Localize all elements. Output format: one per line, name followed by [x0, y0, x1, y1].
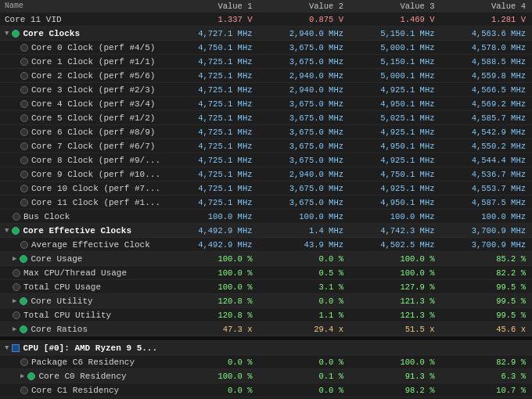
row-val4-core-usage-sec: 85.2 % — [440, 254, 531, 264]
header-row: Name Value 1 Value 2 Value 3 Value 4 — [0, 0, 532, 13]
row-val4-core-c0: 6.3 % — [440, 372, 531, 381]
row-val3-core8: 4,925.1 MHz — [348, 156, 440, 165]
row-val4-core8: 4,544.4 MHz — [440, 156, 531, 165]
row-val4-core7: 4,550.2 MHz — [440, 142, 531, 151]
row-val4-core2: 4,559.8 MHz — [440, 71, 531, 81]
row-val2-core-clocks: 2,940.0 MHz — [257, 29, 349, 38]
row-val2-core4: 3,675.0 MHz — [257, 99, 349, 109]
row-val3-bus-clock: 100.0 MHz — [348, 212, 440, 221]
row-core-c0[interactable]: ▶Core C0 Residency 100.0 %0.1 %91.3 %6.3… — [0, 369, 532, 383]
row-val3-pkg-c6: 100.0 % — [348, 358, 440, 367]
row-val1-core3: 4,725.1 MHz — [166, 85, 257, 95]
row-val4-core11: 4,587.5 MHz — [440, 198, 531, 207]
row-label-core0: Core 0 Clock (perf #4/5) — [2, 43, 166, 52]
row-label-avg-eff-clock: Average Effective Clock — [2, 240, 166, 250]
row-val1-core7: 4,725.1 MHz — [166, 142, 257, 151]
row-cpu0[interactable]: ▼CPU [#0]: AMD Ryzen 9 5... — [0, 341, 532, 355]
row-val2-avg-eff-clock: 43.9 MHz — [257, 240, 349, 250]
row-core-ratios[interactable]: ▶Core Ratios 47.3 x29.4 x51.5 x45.6 x — [0, 322, 532, 336]
row-core9: Core 9 Clock (perf #10... 4,725.1 MHz2,9… — [0, 167, 532, 182]
row-val3-avg-eff-clock: 4,502.5 MHz — [348, 240, 440, 250]
row-label-core-c1: Core C1 Residency — [2, 386, 166, 395]
row-val1-core-usage-sec: 100.0 % — [166, 254, 257, 264]
row-label-core5: Core 5 Clock (perf #1/2) — [2, 113, 166, 123]
row-val2-core-utility: 0.0 % — [257, 297, 349, 306]
row-val4-core-eff-clocks: 3,700.9 MHz — [440, 226, 531, 235]
row-val3-core3: 4,925.1 MHz — [348, 85, 440, 95]
row-core5: Core 5 Clock (perf #1/2) 4,725.1 MHz3,67… — [0, 111, 532, 125]
row-avg-eff-clock: Average Effective Clock 4,492.9 MHz43.9 … — [0, 238, 532, 252]
row-val4-pkg-c6: 82.9 % — [440, 358, 531, 367]
row-label-max-cpu: Max CPU/Thread Usage — [2, 268, 166, 278]
row-pkg-c6: Package C6 Residency 0.0 %0.0 %100.0 %82… — [0, 355, 532, 369]
row-label-pkg-c6: Package C6 Residency — [2, 358, 166, 367]
row-label-core9: Core 9 Clock (perf #10... — [2, 170, 166, 179]
row-val2-total-cpu-usage: 3.1 % — [257, 282, 349, 292]
row-label-core6: Core 6 Clock (perf #8/9) — [2, 128, 166, 137]
row-val2-max-cpu: 0.5 % — [257, 268, 349, 278]
row-val4-vid: 1.281 V — [440, 15, 531, 24]
row-val3-core2: 5,000.1 MHz — [348, 71, 440, 81]
row-core2: Core 2 Clock (perf #5/6) 4,725.1 MHz2,94… — [0, 69, 532, 83]
row-label-core-usage-sec: ▶Core Usage — [2, 254, 166, 264]
row-val4-total-cpu-utility: 99.5 % — [440, 311, 531, 320]
expand-arrow: ▼ — [5, 227, 9, 235]
expand-arrow: ▶ — [20, 372, 24, 380]
row-val4-core5: 4,585.7 MHz — [440, 113, 531, 123]
row-val1-core2: 4,725.1 MHz — [166, 71, 257, 81]
row-val4-core0: 4,578.0 MHz — [440, 43, 531, 52]
row-val2-bus-clock: 100.0 MHz — [257, 212, 349, 221]
row-label-core7: Core 7 Clock (perf #6/7) — [2, 142, 166, 151]
row-label-core2: Core 2 Clock (perf #5/6) — [2, 71, 166, 81]
row-val4-core-ratios: 45.6 x — [440, 325, 531, 334]
row-core0: Core 0 Clock (perf #4/5) 4,750.1 MHz3,67… — [0, 41, 532, 55]
row-val2-core6: 3,675.0 MHz — [257, 128, 349, 137]
row-val4-total-cpu-usage: 99.5 % — [440, 282, 531, 292]
row-label-core-clocks: ▼Core Clocks — [2, 29, 166, 38]
row-label-core10: Core 10 Clock (perf #7... — [2, 184, 166, 193]
row-core7: Core 7 Clock (perf #6/7) 4,725.1 MHz3,67… — [0, 139, 532, 153]
row-val1-total-cpu-utility: 120.8 % — [166, 311, 257, 320]
row-val2-core0: 3,675.0 MHz — [257, 43, 349, 52]
row-val4-core10: 4,553.7 MHz — [440, 184, 531, 193]
row-val3-core-c1: 98.2 % — [348, 386, 440, 395]
row-val1-pkg-c6: 0.0 % — [166, 358, 257, 367]
row-val4-core-c1: 10.7 % — [440, 386, 531, 395]
row-val3-core9: 4,750.1 MHz — [348, 170, 440, 179]
row-val3-core0: 5,000.1 MHz — [348, 43, 440, 52]
row-val3-total-cpu-usage: 127.9 % — [348, 282, 440, 292]
col-name-header: Name — [2, 2, 166, 10]
row-val1-core-clocks: 4,727.1 MHz — [166, 29, 257, 38]
row-val2-core-c0: 0.1 % — [257, 372, 349, 381]
row-core-eff-clocks[interactable]: ▼Core Effective Clocks 4,492.9 MHz1.4 MH… — [0, 224, 532, 238]
row-val2-core-eff-clocks: 1.4 MHz — [257, 226, 349, 235]
expand-arrow: ▶ — [13, 325, 16, 333]
row-core3: Core 3 Clock (perf #2/3) 4,725.1 MHz2,94… — [0, 83, 532, 97]
row-val1-avg-eff-clock: 4,492.9 MHz — [166, 240, 257, 250]
row-val3-core-utility: 121.3 % — [348, 297, 440, 306]
row-core4: Core 4 Clock (perf #3/4) 4,725.1 MHz3,67… — [0, 97, 532, 111]
row-bus-clock: Bus Clock 100.0 MHz100.0 MHz100.0 MHz100… — [0, 210, 532, 224]
row-val4-core4: 4,569.2 MHz — [440, 99, 531, 109]
row-label-core1: Core 1 Clock (perf #1/1) — [2, 57, 166, 66]
row-val4-core9: 4,536.7 MHz — [440, 170, 531, 179]
row-val4-avg-eff-clock: 3,700.9 MHz — [440, 240, 531, 250]
row-core-usage-sec[interactable]: ▶Core Usage 100.0 %0.0 %100.0 %85.2 % — [0, 252, 532, 266]
row-vid[interactable]: Core 11 VID 1.337 V0.875 V1.469 V1.281 V — [0, 13, 532, 27]
row-core-clocks[interactable]: ▼Core Clocks 4,727.1 MHz2,940.0 MHz5,150… — [0, 27, 532, 41]
row-label-core4: Core 4 Clock (perf #3/4) — [2, 99, 166, 109]
row-val4-bus-clock: 100.0 MHz — [440, 212, 531, 221]
row-val3-core1: 5,150.1 MHz — [348, 57, 440, 66]
row-val3-vid: 1.469 V — [348, 15, 440, 24]
row-label-core3: Core 3 Clock (perf #2/3) — [2, 85, 166, 95]
main-container[interactable]: Name Value 1 Value 2 Value 3 Value 4 Cor… — [0, 0, 532, 399]
expand-arrow: ▶ — [13, 297, 16, 305]
row-label-core8: Core 8 Clock (perf #9/... — [2, 156, 166, 165]
row-label-vid: Core 11 VID — [2, 15, 166, 24]
row-core-utility[interactable]: ▶Core Utility 120.8 %0.0 %121.3 %99.5 % — [0, 294, 532, 308]
row-val1-vid: 1.337 V — [166, 15, 257, 24]
row-val1-core-utility: 120.8 % — [166, 297, 257, 306]
row-core11: Core 11 Clock (perf #1... 4,725.1 MHz3,6… — [0, 196, 532, 210]
row-label-total-cpu-utility: Total CPU Utility — [2, 311, 166, 320]
row-val1-total-cpu-usage: 100.0 % — [166, 282, 257, 292]
